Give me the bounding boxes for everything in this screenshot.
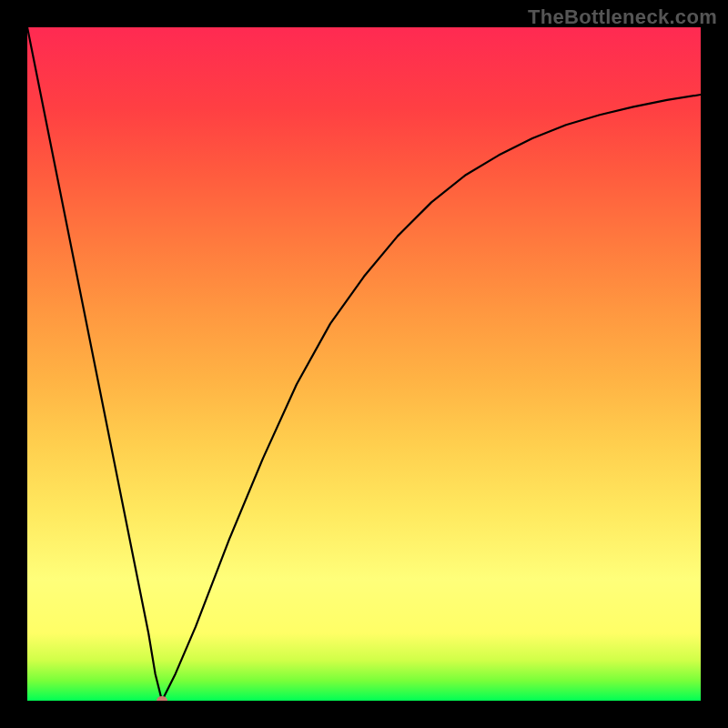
- plot-area: [27, 27, 701, 701]
- chart-container: TheBottleneck.com: [0, 0, 728, 728]
- watermark-text: TheBottleneck.com: [528, 5, 717, 29]
- minimum-marker: [157, 696, 167, 701]
- curve-svg: [27, 27, 701, 701]
- bottleneck-curve: [27, 27, 701, 701]
